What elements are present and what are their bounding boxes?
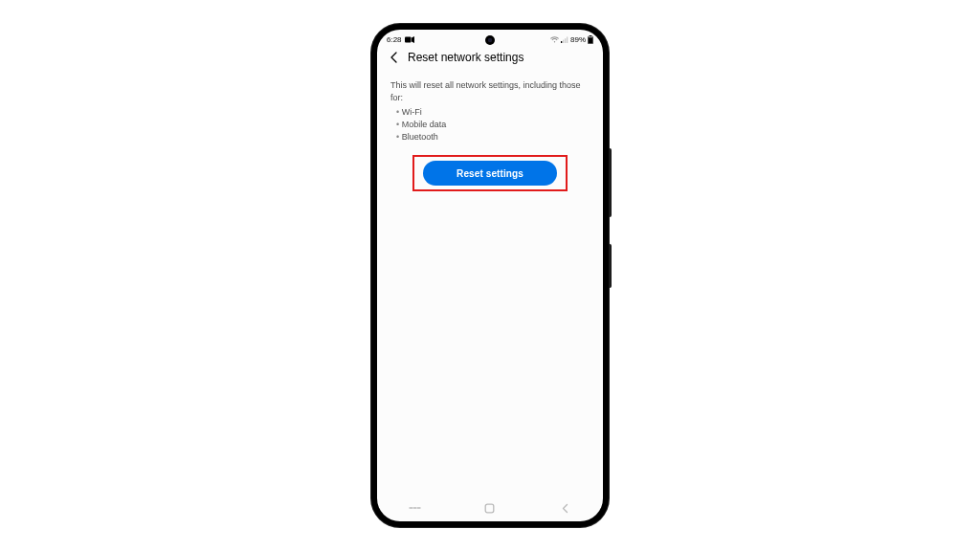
- list-item: Wi-Fi: [396, 106, 590, 119]
- highlight-annotation: Reset settings: [412, 155, 568, 191]
- svg-rect-3: [565, 38, 566, 43]
- content-area: This will reset all network settings, in…: [377, 70, 603, 495]
- battery-percentage: 89%: [570, 35, 586, 44]
- svg-rect-1: [561, 41, 562, 43]
- navigation-bar: [377, 495, 603, 521]
- back-button[interactable]: [559, 501, 572, 515]
- svg-rect-0: [405, 36, 412, 42]
- wifi-icon: [550, 36, 559, 43]
- svg-rect-11: [486, 504, 495, 513]
- video-indicator-icon: [405, 36, 414, 43]
- power-button[interactable]: [609, 244, 612, 288]
- recents-button[interactable]: [408, 501, 421, 515]
- screen: 6:28 89% R: [377, 30, 603, 521]
- list-item: Mobile data: [396, 119, 590, 131]
- volume-button[interactable]: [609, 148, 612, 217]
- intro-text: This will reset all network settings, in…: [390, 79, 590, 104]
- list-item: Bluetooth: [396, 131, 590, 143]
- svg-rect-7: [589, 37, 592, 43]
- svg-rect-4: [567, 36, 568, 43]
- svg-rect-2: [563, 39, 564, 42]
- page-header: Reset network settings: [377, 49, 603, 70]
- home-button[interactable]: [483, 501, 497, 515]
- back-icon[interactable]: [389, 52, 400, 63]
- reset-settings-button[interactable]: Reset settings: [423, 161, 557, 186]
- battery-icon: [588, 35, 593, 44]
- reset-items-list: Wi-Fi Mobile data Bluetooth: [390, 106, 590, 143]
- phone-frame: 6:28 89% R: [371, 24, 609, 527]
- page-title: Reset network settings: [408, 51, 523, 64]
- camera-cutout: [485, 35, 495, 45]
- signal-icon: [561, 36, 568, 43]
- status-time: 6:28: [387, 35, 402, 44]
